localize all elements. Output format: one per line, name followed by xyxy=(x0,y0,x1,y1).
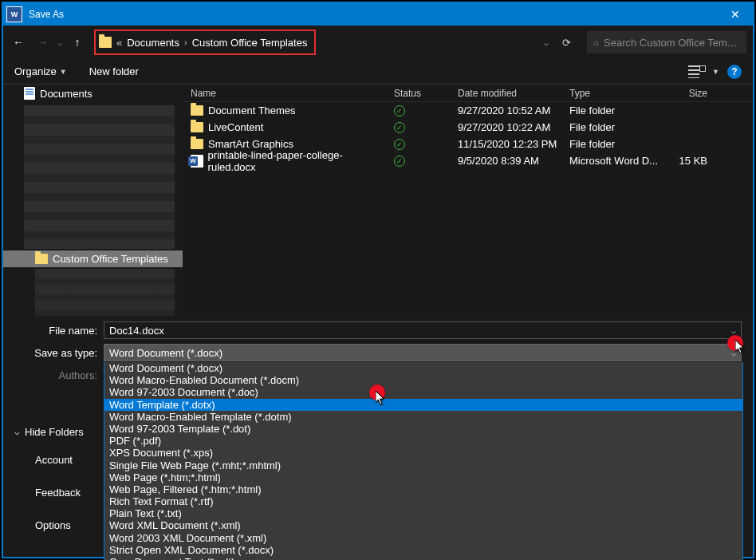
file-type: File folder xyxy=(561,138,659,150)
filetype-option[interactable]: Web Page, Filtered (*.htm;*.html) xyxy=(104,483,742,495)
folder-icon xyxy=(191,122,203,132)
filetype-option[interactable]: Strict Open XML Document (*.docx) xyxy=(104,544,742,556)
saveastype-value: Word Document (*.docx) xyxy=(109,347,222,359)
options-link[interactable]: Options xyxy=(35,519,81,531)
filename-input[interactable]: Doc14.docx ⌵ xyxy=(104,321,742,339)
forward-button[interactable]: → xyxy=(33,33,51,52)
filetype-option[interactable]: Word Document (*.docx) xyxy=(104,362,742,374)
hide-folders-button[interactable]: ⌵ Hide Folders xyxy=(14,426,84,438)
filetype-option[interactable]: Word Macro-Enabled Document (*.docm) xyxy=(104,374,742,386)
filetype-option[interactable]: XPS Document (*.xps) xyxy=(104,447,742,459)
nav-toolbar: ← → ⌵ ↑ « Documents › Custom Office Temp… xyxy=(3,26,753,59)
chevron-down-icon: ⌵ xyxy=(14,427,20,437)
breadcrumb-seg-documents[interactable]: Documents xyxy=(127,37,179,49)
address-dropdown-icon[interactable]: ⌵ xyxy=(544,38,549,47)
header-date[interactable]: Date modified xyxy=(450,88,561,99)
filetype-option[interactable]: Single File Web Page (*.mht;*.mhtml) xyxy=(104,459,742,471)
file-type: File folder xyxy=(561,105,659,116)
folder-icon xyxy=(35,254,48,264)
filetype-option[interactable]: Word 97-2003 Document (*.doc) xyxy=(104,386,742,398)
chevron-right-icon[interactable]: › xyxy=(183,37,189,47)
filename-label: File name: xyxy=(14,325,104,337)
saveastype-label: Save as type: xyxy=(14,347,104,359)
filetype-option[interactable]: Plain Text (*.txt) xyxy=(104,507,742,519)
navigation-pane[interactable]: Documents Custom Office Templates xyxy=(3,85,183,316)
titlebar: W Save As ✕ xyxy=(3,3,753,26)
filetype-option[interactable]: OpenDocument Text (*.odt) xyxy=(104,556,742,560)
filetype-option[interactable]: Word Template (*.dotx) xyxy=(104,399,742,411)
refresh-button[interactable]: ⟳ xyxy=(558,37,574,49)
status-synced-icon: ✓ xyxy=(394,139,405,150)
file-name: Document Themes xyxy=(208,105,296,116)
account-link[interactable]: Account xyxy=(35,454,81,466)
command-toolbar: Organize ▼ New folder ▼ ? xyxy=(3,59,753,85)
search-placeholder: Search Custom Office Templ... xyxy=(604,37,740,49)
authors-label: Authors: xyxy=(14,369,104,381)
search-icon: ⌕ xyxy=(593,37,599,48)
saveastype-dropdown-list[interactable]: Word Document (*.docx)Word Macro-Enabled… xyxy=(104,362,743,560)
status-synced-icon: ✓ xyxy=(394,122,405,133)
nav-documents[interactable]: Documents xyxy=(3,85,183,102)
search-input[interactable]: ⌕ Search Custom Office Templ... xyxy=(587,31,746,53)
header-name[interactable]: Name xyxy=(183,88,386,99)
file-date: 11/15/2020 12:23 PM xyxy=(450,138,561,150)
close-button[interactable]: ✕ xyxy=(717,3,753,26)
file-date: 9/27/2020 10:52 AM xyxy=(450,105,561,116)
view-options-button[interactable] xyxy=(688,65,704,78)
file-size: 15 KB xyxy=(659,155,719,167)
file-row[interactable]: LiveContent✓9/27/2020 10:22 AMFile folde… xyxy=(183,119,753,136)
filetype-option[interactable]: Word 2003 XML Document (*.xml) xyxy=(104,532,742,544)
filetype-option[interactable]: Word 97-2003 Template (*.dot) xyxy=(104,423,742,435)
filetype-option[interactable]: Web Page (*.htm;*.html) xyxy=(104,471,742,483)
nav-selected-folder[interactable]: Custom Office Templates xyxy=(3,250,183,267)
new-folder-label: New folder xyxy=(89,65,139,77)
breadcrumb[interactable]: « Documents › Custom Office Templates xyxy=(94,30,316,55)
file-name: printable-lined-paper-college-ruled.docx xyxy=(208,149,386,173)
filetype-option[interactable]: Rich Text Format (*.rtf) xyxy=(104,495,742,507)
header-type[interactable]: Type xyxy=(561,88,659,99)
feedback-link[interactable]: Feedback xyxy=(35,487,81,499)
annotation-marker xyxy=(369,385,385,400)
back-button[interactable]: ← xyxy=(10,33,27,52)
breadcrumb-seg-custom-templates[interactable]: Custom Office Templates xyxy=(192,37,308,49)
file-type: File folder xyxy=(561,121,659,133)
document-icon xyxy=(24,87,35,100)
nav-tree-blurred xyxy=(35,269,175,316)
filetype-option[interactable]: Word XML Document (*.xml) xyxy=(104,519,742,531)
new-folder-button[interactable]: New folder xyxy=(89,65,139,77)
status-synced-icon: ✓ xyxy=(394,156,405,167)
file-date: 9/5/2020 8:39 AM xyxy=(450,155,561,167)
dropdown-icon[interactable]: ⌵ xyxy=(731,326,736,335)
file-row[interactable]: printable-lined-paper-college-ruled.docx… xyxy=(183,152,753,169)
nav-documents-label: Documents xyxy=(40,88,93,100)
breadcrumb-overflow-icon[interactable]: « xyxy=(115,37,124,49)
folder-icon xyxy=(191,139,203,149)
filename-value: Doc14.docx xyxy=(109,325,164,337)
backstage-side-links: Account Feedback Options xyxy=(35,454,81,531)
caret-down-icon: ▼ xyxy=(60,68,67,76)
nav-tree-blurred xyxy=(24,105,175,249)
word-app-icon: W xyxy=(6,6,22,22)
folder-icon xyxy=(99,37,112,48)
up-button[interactable]: ↑ xyxy=(69,36,86,49)
organize-menu[interactable]: Organize ▼ xyxy=(14,65,67,77)
saveastype-combo[interactable]: Word Document (*.docx) ⌵ xyxy=(104,344,742,361)
header-status[interactable]: Status xyxy=(386,88,450,99)
annotation-marker xyxy=(727,335,743,351)
word-file-icon xyxy=(191,155,203,168)
nav-selected-label: Custom Office Templates xyxy=(53,253,168,265)
folder-icon xyxy=(191,105,203,116)
organize-label: Organize xyxy=(14,65,57,77)
filetype-option[interactable]: Word Macro-Enabled Template (*.dotm) xyxy=(104,411,742,423)
help-button[interactable]: ? xyxy=(727,65,742,79)
file-list-pane[interactable]: Name Status Date modified Type Size Docu… xyxy=(183,85,753,316)
caret-down-icon[interactable]: ▼ xyxy=(712,68,719,76)
history-dropdown-icon[interactable]: ⌵ xyxy=(57,38,62,47)
file-row[interactable]: Document Themes✓9/27/2020 10:52 AMFile f… xyxy=(183,102,753,119)
file-name: LiveContent xyxy=(208,121,263,133)
header-size[interactable]: Size xyxy=(659,88,719,99)
filetype-option[interactable]: PDF (*.pdf) xyxy=(104,435,742,447)
file-type: Microsoft Word D... xyxy=(561,155,659,167)
hide-folders-label: Hide Folders xyxy=(25,426,84,438)
column-headers[interactable]: Name Status Date modified Type Size xyxy=(183,85,753,102)
